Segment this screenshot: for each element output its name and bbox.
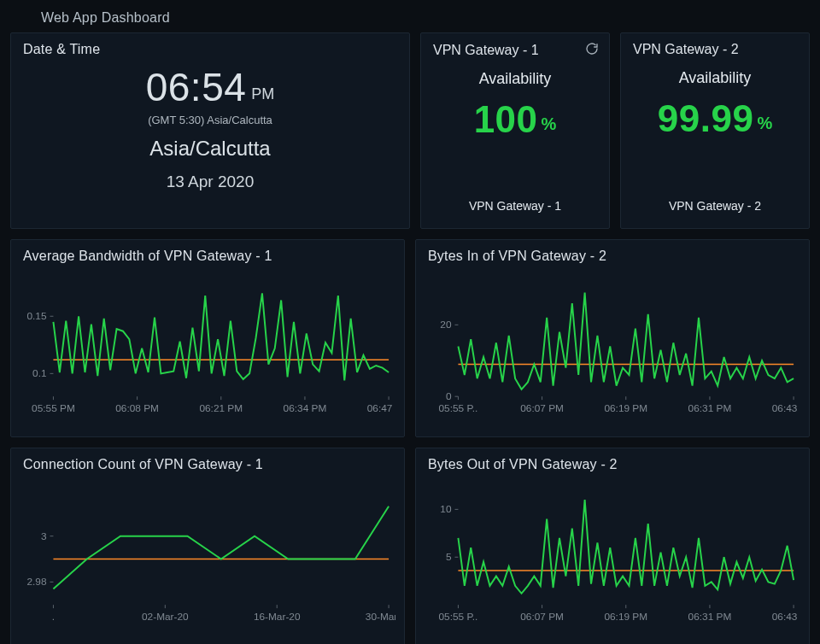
svg-text:05:55 P..: 05:55 P.. — [439, 402, 478, 414]
avg-bandwidth-vpn1-panel: Average Bandwidth of VPN Gateway - 1 0.1… — [10, 239, 405, 437]
conn-count-vpn1-panel: Connection Count of VPN Gateway - 1 2.98… — [10, 448, 405, 644]
availability-label: Availability — [479, 70, 552, 88]
datetime-panel: Date & Time 06:54 PM (GMT 5:30) Asia/Cal… — [10, 32, 410, 229]
bytes-in-vpn2-panel: Bytes In of VPN Gateway - 2 02005:55 P..… — [415, 239, 810, 437]
panel-title: Bytes In of VPN Gateway - 2 — [416, 240, 809, 264]
svg-text:30-Mar-20: 30-Mar-20 — [366, 611, 395, 623]
svg-text:0.1: 0.1 — [32, 367, 46, 379]
svg-text:06:34 PM: 06:34 PM — [284, 402, 327, 414]
panel-footer: VPN Gateway - 2 — [669, 199, 761, 213]
bytes-out-vpn2-chart[interactable]: 51005:55 P..06:07 PM06:19 PM06:31 PM06:4… — [423, 477, 800, 629]
panel-title: Average Bandwidth of VPN Gateway - 1 — [11, 240, 404, 264]
vpn2-panel: VPN Gateway - 2 Availability 99.99 % VPN… — [620, 32, 810, 229]
city-line: Asia/Calcutta — [149, 137, 270, 161]
availability-label: Availability — [679, 69, 752, 87]
svg-text:05:55 PM: 05:55 PM — [32, 402, 75, 414]
svg-text:06:47 PM: 06:47 PM — [367, 402, 395, 414]
svg-text:06:21 PM: 06:21 PM — [199, 402, 243, 414]
svg-text:06:43 PM: 06:43 PM — [772, 402, 800, 414]
clock-ampm: PM — [251, 86, 274, 102]
svg-text:06:19 PM: 06:19 PM — [604, 402, 647, 414]
svg-text:06:07 PM: 06:07 PM — [520, 402, 564, 414]
timezone-line: (GMT 5:30) Asia/Calcutta — [148, 114, 272, 126]
svg-text:06:43 PM: 06:43 PM — [772, 611, 800, 623]
date-line: 13 Apr 2020 — [167, 173, 254, 191]
panel-footer: VPN Gateway - 1 — [469, 199, 561, 213]
svg-text:3: 3 — [41, 530, 47, 542]
avg-bandwidth-vpn1-chart[interactable]: 0.10.1505:55 PM06:08 PM06:21 PM06:34 PM0… — [18, 269, 395, 421]
svg-text:06:31 PM: 06:31 PM — [688, 611, 732, 623]
clock-time: 06:54 — [146, 67, 247, 107]
availability-value: 100 — [474, 98, 538, 141]
svg-text:02-Mar-20: 02-Mar-20 — [142, 611, 189, 623]
dashboard-title: Web App Dashboard — [10, 7, 810, 32]
refresh-icon[interactable] — [585, 42, 599, 58]
bytes-in-vpn2-chart[interactable]: 02005:55 P..06:07 PM06:19 PM06:31 PM06:4… — [423, 269, 800, 421]
percent-icon: % — [757, 114, 772, 133]
percent-icon: % — [542, 114, 557, 134]
svg-text:0.15: 0.15 — [27, 310, 47, 322]
svg-text:20: 20 — [440, 319, 452, 331]
svg-text:06:07 PM: 06:07 PM — [520, 611, 564, 623]
panel-title: Connection Count of VPN Gateway - 1 — [11, 448, 404, 472]
bytes-out-vpn2-panel: Bytes Out of VPN Gateway - 2 51005:55 P.… — [415, 448, 810, 644]
panel-title: VPN Gateway - 1 — [433, 43, 539, 58]
svg-text:06:19 PM: 06:19 PM — [604, 611, 647, 623]
vpn1-panel: VPN Gateway - 1 Availability 100 % VPN G… — [420, 32, 610, 229]
conn-count-vpn1-chart[interactable]: 2.983.02-Mar-2016-Mar-2030-Mar-20 — [18, 477, 395, 629]
svg-text:.: . — [52, 611, 55, 623]
svg-text:05:55 P..: 05:55 P.. — [439, 611, 478, 623]
svg-text:2.98: 2.98 — [27, 576, 47, 588]
panel-title: Date & Time — [11, 33, 409, 61]
svg-text:5: 5 — [446, 551, 452, 563]
svg-text:16-Mar-20: 16-Mar-20 — [254, 611, 301, 623]
panel-title: VPN Gateway - 2 — [633, 42, 739, 57]
svg-text:06:08 PM: 06:08 PM — [115, 402, 159, 414]
svg-text:06:31 PM: 06:31 PM — [688, 402, 732, 414]
panel-title: Bytes Out of VPN Gateway - 2 — [416, 448, 809, 472]
svg-text:10: 10 — [440, 503, 452, 515]
svg-text:0: 0 — [446, 390, 452, 402]
availability-value: 99.99 — [658, 97, 754, 140]
